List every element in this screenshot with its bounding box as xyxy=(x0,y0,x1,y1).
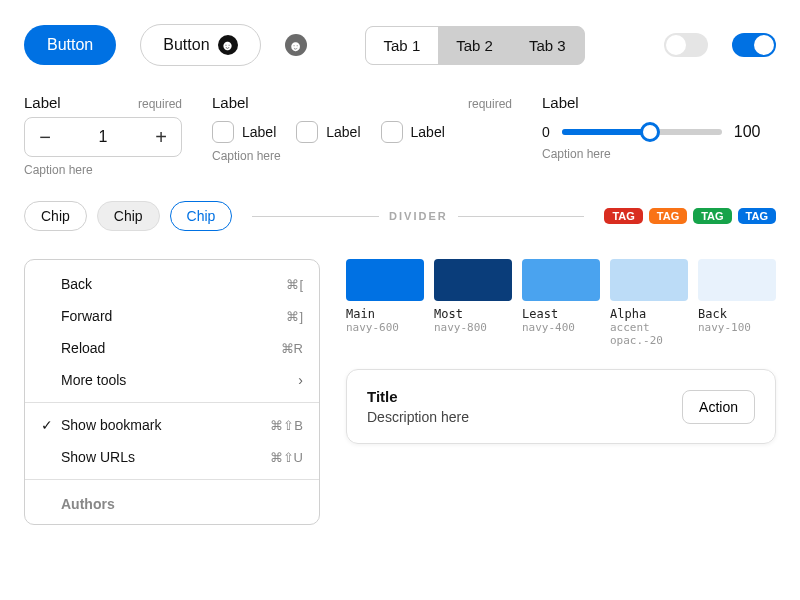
menu-forward[interactable]: Forward ⌘] xyxy=(25,300,319,332)
swatch-color xyxy=(346,259,424,301)
checks-label: Label xyxy=(212,94,249,111)
slider-caption: Caption here xyxy=(542,147,776,161)
stepper-value: 1 xyxy=(65,128,141,146)
chevron-right-icon: › xyxy=(298,372,303,388)
color-palette: Mainnavy-600Mostnavy-800Leastnavy-400Alp… xyxy=(346,259,776,347)
menu-separator xyxy=(25,479,319,480)
menu-show-urls[interactable]: Show URLs ⌘⇧U xyxy=(25,441,319,473)
stepper-label: Label xyxy=(24,94,61,111)
chip-3[interactable]: Chip xyxy=(170,201,233,231)
stepper-minus-button[interactable]: − xyxy=(25,118,65,156)
swatch-name: Least xyxy=(522,307,600,321)
quantity-stepper: − 1 + xyxy=(24,117,182,157)
divider-label: DIVIDER xyxy=(389,210,448,222)
card-action-button[interactable]: Action xyxy=(682,390,755,424)
menu-heading-authors: Authors xyxy=(25,486,319,516)
swatch-navy-100: Backnavy-100 xyxy=(698,259,776,347)
checkbox-2[interactable]: Label xyxy=(296,121,360,143)
chip-1[interactable]: Chip xyxy=(24,201,87,231)
card-title: Title xyxy=(367,388,469,405)
stepper-plus-button[interactable]: + xyxy=(141,118,181,156)
tab-2[interactable]: Tab 2 xyxy=(438,27,511,64)
swatch-code: navy-100 xyxy=(698,321,776,334)
primary-button[interactable]: Button xyxy=(24,25,116,65)
tag-orange: TAG xyxy=(649,208,687,224)
swatch-code: navy-400 xyxy=(522,321,600,334)
checkbox-3[interactable]: Label xyxy=(381,121,445,143)
slider[interactable] xyxy=(562,129,722,135)
swatch-navy-800: Mostnavy-800 xyxy=(434,259,512,347)
swatch-name: Back xyxy=(698,307,776,321)
checkbox-1-label: Label xyxy=(242,124,276,140)
check-icon: ✓ xyxy=(41,417,61,433)
checks-caption: Caption here xyxy=(212,149,512,163)
info-card: Title Description here Action xyxy=(346,369,776,444)
tab-group: Tab 1 Tab 2 Tab 3 xyxy=(365,26,585,65)
menu-show-bookmark[interactable]: ✓ Show bookmark ⌘⇧B xyxy=(25,409,319,441)
checkbox-icon xyxy=(212,121,234,143)
toggle-on[interactable] xyxy=(732,33,776,57)
slider-max: 100 xyxy=(734,123,761,141)
card-description: Description here xyxy=(367,409,469,425)
toggle-off[interactable] xyxy=(664,33,708,57)
secondary-button-label: Button xyxy=(163,36,209,54)
checks-required: required xyxy=(468,97,512,111)
swatch-code: navy-800 xyxy=(434,321,512,334)
swatch-color xyxy=(698,259,776,301)
tag-blue: TAG xyxy=(738,208,776,224)
smiley-icon-disabled: ☻ xyxy=(285,34,307,56)
checkbox-2-label: Label xyxy=(326,124,360,140)
tag-green: TAG xyxy=(693,208,731,224)
menu-more-tools[interactable]: More tools › xyxy=(25,364,319,396)
menu-back[interactable]: Back ⌘[ xyxy=(25,268,319,300)
chip-2[interactable]: Chip xyxy=(97,201,160,231)
checkbox-icon xyxy=(381,121,403,143)
swatch-accent opac.-20: Alphaaccent opac.-20 xyxy=(610,259,688,347)
swatch-name: Most xyxy=(434,307,512,321)
slider-min: 0 xyxy=(542,124,550,140)
checkbox-3-label: Label xyxy=(411,124,445,140)
checkbox-1[interactable]: Label xyxy=(212,121,276,143)
stepper-required: required xyxy=(138,97,182,111)
slider-handle[interactable] xyxy=(640,122,660,142)
tag-red: TAG xyxy=(604,208,642,224)
swatch-color xyxy=(610,259,688,301)
swatch-navy-400: Leastnavy-400 xyxy=(522,259,600,347)
secondary-button[interactable]: Button ☻ xyxy=(140,24,260,66)
swatch-name: Alpha xyxy=(610,307,688,321)
slider-label: Label xyxy=(542,94,579,111)
tab-1[interactable]: Tab 1 xyxy=(366,27,439,64)
swatch-name: Main xyxy=(346,307,424,321)
swatch-color xyxy=(434,259,512,301)
stepper-caption: Caption here xyxy=(24,163,182,177)
menu-reload[interactable]: Reload ⌘R xyxy=(25,332,319,364)
menu-separator xyxy=(25,402,319,403)
swatch-code: accent opac.-20 xyxy=(610,321,688,347)
swatch-code: navy-600 xyxy=(346,321,424,334)
swatch-navy-600: Mainnavy-600 xyxy=(346,259,424,347)
context-menu: Back ⌘[ Forward ⌘] Reload ⌘R More tools … xyxy=(24,259,320,525)
checkbox-icon xyxy=(296,121,318,143)
divider: DIVIDER xyxy=(252,210,584,222)
tab-3[interactable]: Tab 3 xyxy=(511,27,584,64)
smiley-icon: ☻ xyxy=(218,35,238,55)
swatch-color xyxy=(522,259,600,301)
